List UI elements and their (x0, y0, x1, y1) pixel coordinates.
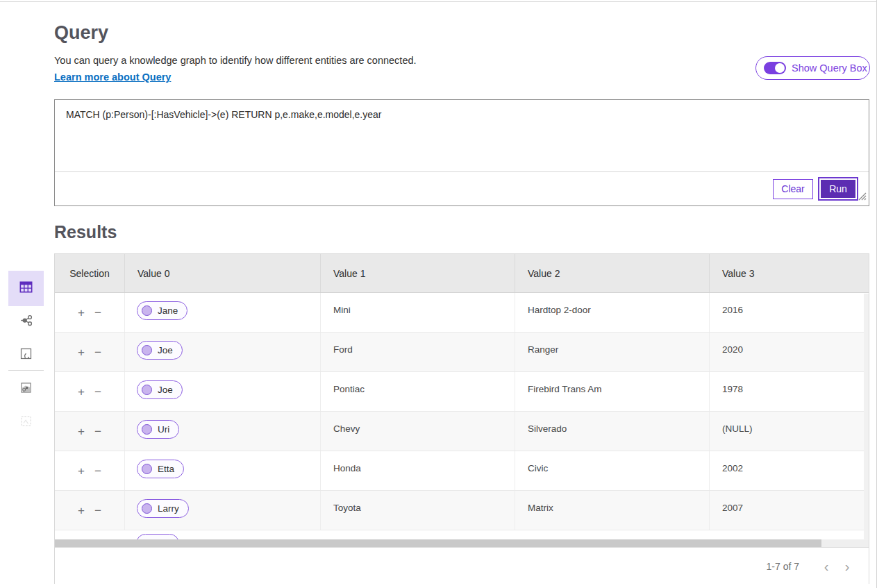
top-divider (0, 1, 877, 2)
cell-value-2: Matrix (515, 491, 709, 530)
table-row: + − Joe Pontiac Firebird Trans Am 1978 (55, 372, 869, 412)
sidebar-item-map-view[interactable] (8, 342, 44, 367)
cell-value-2: Civic (515, 451, 709, 490)
sidebar-item-add-to-link-chart[interactable] (8, 376, 44, 401)
entity-node-icon (142, 464, 152, 474)
clear-button[interactable]: Clear (773, 179, 813, 199)
horizontal-scrollbar[interactable] (55, 539, 869, 547)
sidebar-item-link-chart-view[interactable] (8, 310, 44, 335)
resize-handle-icon[interactable] (858, 191, 867, 203)
table-row: + − Jane Mini Hardtop 2-door 2016 (55, 293, 869, 333)
selection-cell: + − (55, 293, 124, 332)
results-table: Selection Value 0 Value 1 Value 2 Value … (54, 253, 869, 584)
column-header-value0: Value 0 (124, 254, 320, 292)
page-description: You can query a knowledge graph to ident… (54, 55, 417, 66)
previous-page-button[interactable]: ‹ (816, 560, 837, 573)
cell-value-1: Honda (320, 451, 515, 490)
toggle-knob (775, 63, 785, 73)
learn-more-link[interactable]: Learn more about Query (54, 72, 171, 83)
pagination-range: 1-7 of 7 (767, 561, 799, 572)
entity-pill[interactable] (136, 534, 179, 539)
column-header-value3: Value 3 (709, 254, 869, 292)
table-row: + − Joe Ford Ranger 2020 (55, 333, 869, 372)
selection-cell: + − (55, 372, 124, 411)
cell-value-1: Ford (320, 333, 515, 371)
entity-cell: Uri (124, 412, 320, 451)
entity-pill[interactable]: Larry (137, 499, 189, 518)
entity-cell: Etta (124, 451, 320, 490)
results-title: Results (54, 222, 117, 242)
entity-pill[interactable]: Uri (137, 420, 179, 439)
entity-cell: Larry (124, 491, 320, 530)
remove-from-selection-button[interactable]: − (94, 465, 101, 477)
entity-pill-label: Joe (158, 345, 173, 355)
toggle-label: Show Query Box (792, 62, 867, 74)
entity-pill[interactable]: Joe (137, 341, 183, 360)
sidebar-item-table-view[interactable] (8, 271, 44, 306)
run-button[interactable]: Run (818, 177, 858, 201)
remove-from-selection-button[interactable]: − (94, 426, 101, 437)
horizontal-scrollbar-thumb[interactable] (55, 539, 821, 547)
cell-value-1: Toyota (320, 491, 515, 530)
table-row: + − Uri Chevy Silverado (NULL) (55, 412, 869, 451)
entity-node-icon (142, 385, 152, 395)
entity-cell: Jane (124, 293, 320, 332)
link-chart-map-icon (19, 380, 33, 398)
cell-value-1: Mini (320, 293, 515, 332)
page-title: Query (54, 22, 108, 44)
entity-pill[interactable]: Joe (137, 380, 183, 399)
link-chart-icon (19, 313, 34, 331)
selection-cell: + − (55, 491, 124, 530)
toggle-switch-icon[interactable] (764, 62, 786, 74)
table-row-partial (55, 530, 869, 539)
add-to-selection-button[interactable]: + (78, 386, 85, 398)
entity-pill[interactable]: Jane (137, 301, 187, 320)
next-page-button[interactable]: › (837, 560, 858, 573)
entity-pill[interactable]: Etta (137, 460, 184, 478)
cell-value-2: Ranger (515, 333, 709, 371)
remove-from-selection-button[interactable]: − (94, 386, 101, 398)
add-to-selection-button[interactable]: + (78, 465, 85, 477)
cell-value-1: Pontiac (320, 372, 515, 411)
vertical-scrollbar[interactable] (864, 294, 869, 540)
query-input[interactable]: MATCH (p:Person)-[:HasVehicle]->(e) RETU… (55, 100, 869, 172)
entity-pill-label: Etta (158, 464, 174, 474)
entity-pill-label: Jane (158, 305, 178, 316)
remove-from-selection-button[interactable]: − (94, 307, 101, 319)
column-header-value2: Value 2 (515, 254, 709, 292)
cell-value-3: 2002 (709, 451, 869, 490)
column-header-value1: Value 1 (320, 254, 515, 292)
query-box: MATCH (p:Person)-[:HasVehicle]->(e) RETU… (54, 99, 869, 206)
entity-pill-label: Larry (158, 503, 179, 514)
selection-icon (19, 414, 33, 431)
sidebar-divider (8, 370, 44, 371)
cell-value-3: 2020 (709, 333, 869, 371)
sidebar-item-selection-tool (8, 410, 44, 435)
map-icon (19, 346, 33, 364)
add-to-selection-button[interactable]: + (78, 505, 85, 516)
entity-node-icon (142, 424, 152, 435)
column-header-selection: Selection (55, 254, 124, 292)
entity-node-icon (142, 503, 152, 514)
show-query-box-toggle[interactable]: Show Query Box (755, 56, 870, 80)
entity-node-icon (142, 305, 152, 316)
selection-cell: + − (55, 412, 124, 451)
selection-cell: + − (55, 333, 124, 371)
add-to-selection-button[interactable]: + (78, 346, 85, 358)
cell-value-3: (NULL) (709, 412, 869, 451)
table-header-row: Selection Value 0 Value 1 Value 2 Value … (55, 254, 869, 293)
remove-from-selection-button[interactable]: − (94, 505, 101, 516)
entity-cell: Joe (124, 333, 320, 371)
add-to-selection-button[interactable]: + (78, 426, 85, 437)
cell-value-2: Silverado (515, 412, 709, 451)
table-row: + − Larry Toyota Matrix 2007 (55, 491, 869, 530)
remove-from-selection-button[interactable]: − (94, 346, 101, 358)
cell-value-3: 2016 (709, 293, 869, 332)
cell-value-2: Hardtop 2-door (515, 293, 709, 332)
query-footer: Clear Run (55, 172, 869, 205)
cell-value-1: Chevy (320, 412, 515, 451)
add-to-selection-button[interactable]: + (78, 307, 85, 319)
selection-cell: + − (55, 451, 124, 490)
table-footer: 1-7 of 7 ‹ › (55, 547, 869, 585)
entity-node-icon (142, 345, 152, 355)
